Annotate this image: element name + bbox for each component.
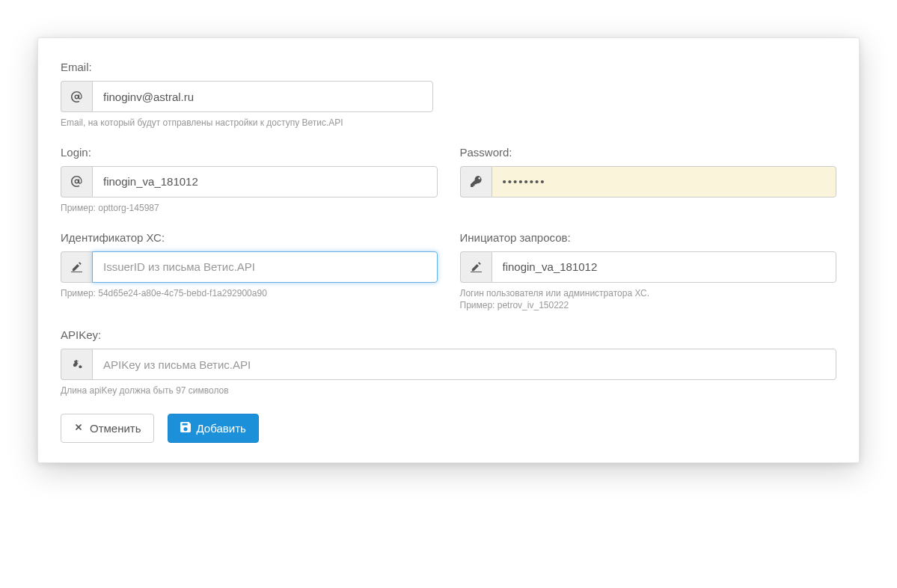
at-icon — [61, 81, 92, 112]
add-button[interactable]: Добавить — [168, 414, 259, 443]
issuer-label: Идентификатор ХС: — [61, 231, 438, 244]
issuer-input[interactable] — [92, 251, 438, 283]
initiator-input[interactable] — [492, 251, 837, 283]
cancel-button[interactable]: Отменить — [61, 414, 154, 443]
email-help: Email, на который будут отправлены настр… — [61, 117, 433, 129]
email-input[interactable] — [92, 81, 433, 112]
password-input[interactable] — [492, 166, 837, 197]
apikey-help: Длина apiKey должна быть 97 символов — [61, 385, 836, 397]
initiator-help-line2: Пример: petrov_iv_150222 — [460, 300, 569, 310]
edit-icon — [460, 251, 492, 283]
identifier-initiator-row: Идентификатор ХС: Пример: 54d65e24-a80e-… — [61, 231, 836, 329]
issuer-help: Пример: 54d65e24-a80e-4c75-bebd-f1a29290… — [61, 287, 438, 300]
apikey-input-group — [61, 349, 836, 380]
apikey-group: APIKey: Длина apiKey должна быть 97 симв… — [61, 328, 836, 397]
login-password-row: Login: Пример: opttorg-145987 Password: — [61, 146, 836, 231]
add-button-label: Добавить — [197, 422, 246, 435]
settings-form-card: Email: Email, на который будут отправлен… — [37, 37, 860, 463]
email-input-group — [61, 81, 433, 112]
button-row: Отменить Добавить — [61, 414, 836, 443]
close-icon — [73, 422, 84, 435]
cogs-icon — [61, 349, 92, 380]
initiator-help: Логин пользователя или администратора ХС… — [460, 287, 837, 313]
edit-icon — [61, 251, 92, 283]
email-label: Email: — [61, 61, 433, 73]
initiator-label: Инициатор запросов: — [460, 231, 837, 244]
login-input[interactable] — [92, 166, 438, 197]
apikey-input[interactable] — [92, 349, 836, 380]
issuer-input-group — [61, 251, 438, 283]
email-group: Email: Email, на который будут отправлен… — [61, 61, 433, 129]
key-icon — [460, 166, 492, 197]
issuer-group: Идентификатор ХС: Пример: 54d65e24-a80e-… — [61, 231, 438, 313]
password-label: Password: — [460, 146, 837, 159]
login-label: Login: — [61, 146, 438, 159]
initiator-group: Инициатор запросов: Логин пользователя и… — [460, 231, 837, 313]
password-input-group — [460, 166, 837, 197]
apikey-label: APIKey: — [61, 328, 836, 341]
initiator-help-line1: Логин пользователя или администратора ХС… — [460, 288, 650, 298]
initiator-input-group — [460, 251, 837, 283]
password-group: Password: — [460, 146, 837, 215]
save-icon — [180, 422, 191, 435]
login-help: Пример: opttorg-145987 — [61, 202, 438, 215]
login-group: Login: Пример: opttorg-145987 — [61, 146, 438, 215]
login-input-group — [61, 166, 438, 197]
cancel-button-label: Отменить — [90, 422, 141, 435]
at-icon — [61, 166, 92, 197]
